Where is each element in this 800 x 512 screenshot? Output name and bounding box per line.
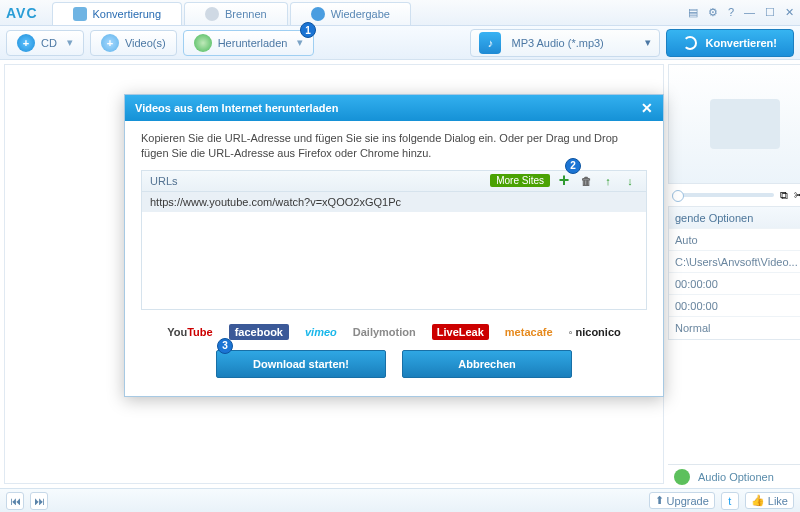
option-row[interactable]: Auto [669,229,800,251]
tab-convert-label: Konvertierung [93,8,162,20]
tab-burn[interactable]: Brennen [184,2,288,25]
disc-icon: + [17,34,35,52]
preview-pane [668,64,800,184]
main-tabs: Konvertierung Brennen Wiedergabe [52,0,411,25]
chevron-down-icon: ▾ [297,36,303,49]
callout-1: 1 [300,22,316,38]
youtube-logo: YouTube [167,326,212,338]
output-format-selector[interactable]: ♪MP3 Audio (*.mp3)▾ [470,29,660,57]
dialog-titlebar: Videos aus dem Internet herunterladen ✕ [125,95,663,121]
add-videos-button[interactable]: +Video(s) [90,30,177,56]
globe-icon [194,34,212,52]
upgrade-button[interactable]: ⬆ Upgrade [649,492,715,509]
like-button[interactable]: 👍Like [745,492,794,509]
download-label: Herunterladen [218,37,288,49]
upgrade-label: Upgrade [667,495,709,507]
speaker-icon [674,469,690,485]
refresh-icon [683,36,697,50]
cancel-button[interactable]: Abbrechen [402,350,572,378]
convert-label: Konvertieren! [705,37,777,49]
move-up-button[interactable]: ↑ [600,173,616,189]
niconico-logo: ◦ niconico [569,326,621,338]
output-path: C:\Users\Anvsoft\Video... [675,256,798,268]
maximize-icon[interactable]: ☐ [765,6,775,19]
cut-icon[interactable]: ✂ [794,189,800,202]
thumb-icon: 👍 [751,494,765,507]
dialog-title: Videos aus dem Internet herunterladen [135,102,338,114]
option-row[interactable]: 00:00:00 [669,273,800,295]
quality-label: Normal [675,322,710,334]
url-list[interactable]: https://www.youtube.com/watch?v=xQOO2xGQ… [141,192,647,310]
app-logo: AVC [6,5,38,21]
format-label: MP3 Audio (*.mp3) [511,37,603,49]
delete-url-button[interactable]: 🗑 [578,173,594,189]
burn-icon [205,7,219,21]
add-cd-button[interactable]: +CD▾ [6,30,84,56]
dialog-buttons: 3 Download starten! Abbrechen [141,350,647,378]
dialog-close-button[interactable]: ✕ [641,100,653,116]
convert-button[interactable]: Konvertieren! [666,29,794,57]
play-icon [311,7,325,21]
option-row[interactable]: C:\Users\Anvsoft\Video...📁 [669,251,800,273]
metacafe-logo: metacafe [505,326,553,338]
slider-track[interactable] [672,193,774,197]
dialog-body: Kopieren Sie die URL-Adresse und fügen S… [125,121,663,396]
help-icon[interactable]: ? [728,6,734,19]
option-row[interactable]: 00:00:00 [669,295,800,317]
download-button[interactable]: Herunterladen▾ [183,30,315,56]
menu-icon[interactable]: ▤ [688,6,698,19]
preview-slider[interactable]: ⧉✂⚒ [668,184,800,206]
cd-label: CD [41,37,57,49]
facebook-logo: facebook [229,324,289,340]
options-header: gende Optionen [669,207,800,229]
next-button[interactable]: ⏭ [30,492,48,510]
music-icon: ♪ [479,32,501,54]
close-icon[interactable]: ✕ [785,6,794,19]
settings-icon[interactable]: ⚙ [708,6,718,19]
tab-play-label: Wiedergabe [331,8,390,20]
options-list: gende Optionen Auto C:\Users\Anvsoft\Vid… [668,206,800,340]
tab-convert[interactable]: Konvertierung [52,2,183,25]
chevron-down-icon: ▾ [645,36,651,49]
twitter-icon[interactable]: t [721,492,739,510]
convert-icon [73,7,87,21]
film-icon [710,99,780,149]
liveleak-logo: LiveLeak [432,324,489,340]
dailymotion-logo: Dailymotion [353,326,416,338]
crop-icon[interactable]: ⧉ [780,189,788,202]
more-sites-badge[interactable]: More Sites [490,174,550,187]
chevron-down-icon: ▾ [67,36,73,49]
start-download-button[interactable]: Download starten! [216,350,386,378]
title-bar: AVC Konvertierung Brennen Wiedergabe ▤ ⚙… [0,0,800,26]
download-dialog: Videos aus dem Internet herunterladen ✕ … [124,94,664,397]
url-row[interactable]: https://www.youtube.com/watch?v=xQOO2xGQ… [142,192,646,212]
audio-options-bar[interactable]: Audio Optionen [668,464,800,488]
vimeo-logo: vimeo [305,326,337,338]
video-icon: + [101,34,119,52]
side-panel: ⧉✂⚒ gende Optionen Auto C:\Users\Anvsoft… [668,60,800,488]
supported-sites: YouTube facebook vimeo Dailymotion LiveL… [141,324,647,340]
like-label: Like [768,495,788,507]
status-bar: ⏮ ⏭ ⬆ Upgrade t 👍Like [0,488,800,512]
minimize-icon[interactable]: — [744,6,755,19]
toolbar: +CD▾ +Video(s) Herunterladen▾ ♪MP3 Audio… [0,26,800,60]
prev-button[interactable]: ⏮ [6,492,24,510]
option-row[interactable]: Normal▾ [669,317,800,339]
move-down-button[interactable]: ↓ [622,173,638,189]
window-controls: ▤ ⚙ ? — ☐ ✕ [688,6,794,19]
audio-options-label: Audio Optionen [698,471,774,483]
callout-2: 2 [565,158,581,174]
urls-label: URLs [150,175,178,187]
add-url-button[interactable]: + [556,173,572,189]
callout-3: 3 [217,338,233,354]
tab-burn-label: Brennen [225,8,267,20]
videos-label: Video(s) [125,37,166,49]
